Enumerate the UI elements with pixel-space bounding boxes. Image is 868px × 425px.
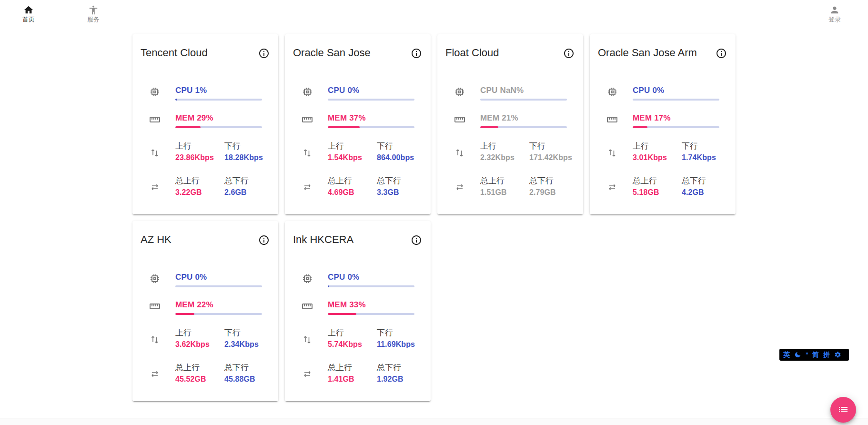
mem-progress-track <box>175 126 262 128</box>
download-speed-value: 2.34Kbps <box>224 338 259 351</box>
total-upload-value: 4.69GB <box>328 186 377 199</box>
mem-usage-label: MEM 33% <box>328 300 414 310</box>
nav-home-label: 首页 <box>22 16 35 23</box>
cpu-progress-track <box>175 99 262 101</box>
mem-row: MEM 22% <box>132 300 278 315</box>
server-card: AZ HK CPU 0% <box>132 221 278 401</box>
mem-progress-fill <box>633 126 647 128</box>
list-icon <box>838 404 849 416</box>
mem-progress-track <box>480 126 567 128</box>
card-body: CPU 0% MEM 33% <box>285 273 431 385</box>
total-download-label: 总下行 <box>224 363 255 373</box>
mem-usage-label: MEM 21% <box>480 113 567 123</box>
download-label: 下行 <box>377 328 415 338</box>
cpu-row: CPU NaN% <box>437 86 583 101</box>
info-icon[interactable] <box>411 234 422 246</box>
memory-ruler-icon <box>606 114 618 125</box>
memory-ruler-icon <box>302 301 313 312</box>
network-total-row: 总上行 1.51GB 总下行 2.79GB <box>437 176 583 199</box>
server-name: Ink HKCERA <box>293 233 411 247</box>
network-total-row: 总上行 5.18GB 总下行 4.2GB <box>590 176 736 199</box>
upload-download-arrows-icon <box>302 147 313 158</box>
cpu-row: CPU 0% <box>132 273 278 287</box>
moon-icon[interactable] <box>794 351 801 358</box>
cpu-row: CPU 0% <box>285 86 431 101</box>
info-icon[interactable] <box>563 48 575 59</box>
server-name: Tencent Cloud <box>141 46 258 60</box>
swap-horizontal-icon <box>302 368 313 380</box>
network-total-row: 总上行 45.52GB 总下行 45.88GB <box>132 363 278 385</box>
card-body: CPU 1% MEM 29% <box>132 86 278 199</box>
nav-item-home[interactable]: 首页 <box>16 3 41 23</box>
mem-row: MEM 29% <box>132 113 278 128</box>
upload-speed-value: 3.62Kbps <box>175 338 224 351</box>
total-download-label: 总下行 <box>224 176 249 186</box>
ime-simplified-toggle[interactable]: 简 <box>812 349 819 361</box>
cpu-chip-icon <box>302 273 313 284</box>
card-body: CPU 0% MEM 17% <box>590 86 736 199</box>
download-label: 下行 <box>529 141 572 152</box>
nav-item-login[interactable]: 登录 <box>822 3 847 23</box>
total-upload-label: 总上行 <box>328 176 377 186</box>
network-speed-row: 上行 1.54Kbps 下行 864.00bps <box>285 141 431 164</box>
network-total-row: 总上行 1.41GB 总下行 1.92GB <box>285 363 431 385</box>
total-upload-value: 3.22GB <box>175 186 224 199</box>
upload-speed-value: 3.01Kbps <box>633 152 682 164</box>
cpu-row: CPU 0% <box>285 273 431 287</box>
network-total-row: 总上行 4.69GB 总下行 3.3GB <box>285 176 431 199</box>
mem-usage-label: MEM 37% <box>328 113 414 123</box>
cpu-progress-track <box>175 285 262 287</box>
mem-usage-label: MEM 29% <box>175 113 262 123</box>
total-download-value: 2.79GB <box>529 186 556 199</box>
mem-progress-track <box>328 126 414 128</box>
mem-progress-track <box>328 313 414 315</box>
total-download-value: 45.88GB <box>224 373 255 385</box>
mem-progress-fill <box>175 126 201 128</box>
ime-pinyin-toggle[interactable]: 拼 <box>823 349 830 361</box>
upload-label: 上行 <box>480 141 529 152</box>
cpu-chip-icon <box>149 273 161 284</box>
cpu-chip-icon <box>302 86 313 98</box>
punctuation-mode-icon[interactable]: ’’ <box>806 349 808 361</box>
server-list-fab[interactable] <box>830 397 856 423</box>
nav-item-services[interactable]: 服务 <box>81 3 106 23</box>
gear-icon[interactable] <box>834 351 841 358</box>
cpu-progress-fill <box>328 285 329 287</box>
info-icon[interactable] <box>411 48 422 59</box>
cpu-progress-track <box>328 285 414 287</box>
card-header: Float Cloud <box>437 34 583 60</box>
server-card: Oracle San Jose Arm CPU 0% <box>590 34 736 214</box>
download-speed-value: 864.00bps <box>377 152 414 164</box>
upload-label: 上行 <box>175 141 224 152</box>
info-icon[interactable] <box>258 234 270 246</box>
nav-services-label: 服务 <box>87 16 100 23</box>
mem-progress-track <box>175 313 262 315</box>
memory-ruler-icon <box>454 114 465 125</box>
memory-ruler-icon <box>149 114 161 125</box>
server-name: Oracle San Jose <box>293 46 411 60</box>
cpu-progress-fill <box>175 99 177 101</box>
upload-label: 上行 <box>328 328 377 338</box>
cpu-chip-icon <box>454 86 465 98</box>
info-icon[interactable] <box>716 48 727 59</box>
swap-horizontal-icon <box>606 182 618 193</box>
network-speed-row: 上行 2.32Kbps 下行 171.42Kbps <box>437 141 583 164</box>
cpu-usage-label: CPU 0% <box>328 273 414 282</box>
cpu-progress-track <box>480 99 567 101</box>
info-icon[interactable] <box>258 48 270 59</box>
person-icon <box>829 5 840 15</box>
total-upload-value: 45.52GB <box>175 373 224 385</box>
swap-horizontal-icon <box>149 182 161 193</box>
upload-speed-value: 2.32Kbps <box>480 152 529 164</box>
mem-progress-fill <box>328 126 360 128</box>
total-upload-label: 总上行 <box>328 363 377 373</box>
swap-horizontal-icon <box>302 182 313 193</box>
cpu-progress-track <box>328 99 414 101</box>
upload-download-arrows-icon <box>149 147 161 158</box>
card-header: AZ HK <box>132 221 278 247</box>
ime-language-toggle[interactable]: 英 <box>783 349 790 361</box>
cpu-row: CPU 1% <box>132 86 278 101</box>
total-upload-value: 1.51GB <box>480 186 529 199</box>
memory-ruler-icon <box>149 301 161 312</box>
cpu-chip-icon <box>149 86 161 98</box>
